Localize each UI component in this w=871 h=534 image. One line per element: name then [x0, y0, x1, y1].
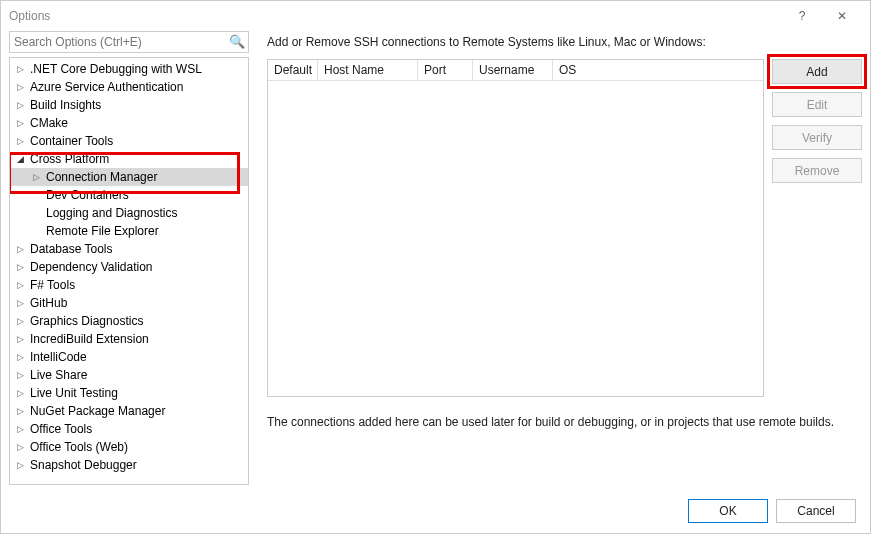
chevron-right-icon: ▷: [14, 244, 26, 254]
tree-item-label: Logging and Diagnostics: [46, 206, 177, 220]
tree-item-label: Container Tools: [30, 134, 113, 148]
chevron-right-icon: ▷: [14, 316, 26, 326]
col-os[interactable]: OS: [553, 60, 613, 80]
edit-label: Edit: [807, 98, 828, 112]
tree-item-label: Live Share: [30, 368, 87, 382]
tree-item[interactable]: Remote File Explorer: [10, 222, 248, 240]
tree-item-label: Graphics Diagnostics: [30, 314, 143, 328]
cancel-button[interactable]: Cancel: [776, 499, 856, 523]
tree-item-label: Live Unit Testing: [30, 386, 118, 400]
col-hostname[interactable]: Host Name: [318, 60, 418, 80]
tree-item-label: IntelliCode: [30, 350, 87, 364]
tree-item[interactable]: ▷Live Share: [10, 366, 248, 384]
remove-button: Remove: [772, 158, 862, 183]
chevron-right-icon: ▷: [14, 352, 26, 362]
grid-header: Default Host Name Port Username OS: [268, 60, 763, 81]
tree-item-label: Connection Manager: [46, 170, 157, 184]
tree-item-label: CMake: [30, 116, 68, 130]
tree-item[interactable]: ▷Snapshot Debugger: [10, 456, 248, 474]
tree-item[interactable]: ▷Office Tools: [10, 420, 248, 438]
tree-item-label: Cross Platform: [30, 152, 109, 166]
chevron-right-icon: ▷: [14, 460, 26, 470]
tree-item[interactable]: ▷Graphics Diagnostics: [10, 312, 248, 330]
add-label: Add: [806, 65, 827, 79]
help-button[interactable]: ?: [782, 1, 822, 31]
chevron-right-icon: ▷: [14, 262, 26, 272]
tree-item[interactable]: ▷CMake: [10, 114, 248, 132]
col-username[interactable]: Username: [473, 60, 553, 80]
chevron-right-icon: ▷: [14, 442, 26, 452]
tree-item-label: .NET Core Debugging with WSL: [30, 62, 202, 76]
tree-item-label: Office Tools (Web): [30, 440, 128, 454]
panel-description: Add or Remove SSH connections to Remote …: [267, 35, 862, 49]
close-button[interactable]: ✕: [822, 1, 862, 31]
tree-item-label: F# Tools: [30, 278, 75, 292]
tree-item[interactable]: ▷IncrediBuild Extension: [10, 330, 248, 348]
chevron-right-icon: ▷: [14, 388, 26, 398]
tree-item-label: Dependency Validation: [30, 260, 153, 274]
chevron-right-icon: ▷: [14, 136, 26, 146]
chevron-right-icon: ▷: [14, 406, 26, 416]
tree-item[interactable]: ▷Live Unit Testing: [10, 384, 248, 402]
tree-item[interactable]: ▷Dependency Validation: [10, 258, 248, 276]
tree-item-label: IncrediBuild Extension: [30, 332, 149, 346]
connections-grid[interactable]: Default Host Name Port Username OS: [267, 59, 764, 397]
chevron-down-icon: ◢: [14, 154, 26, 164]
tree-item[interactable]: ▷Database Tools: [10, 240, 248, 258]
ok-label: OK: [719, 504, 736, 518]
ok-button[interactable]: OK: [688, 499, 768, 523]
tree-item-label: Database Tools: [30, 242, 113, 256]
tree-item-label: Snapshot Debugger: [30, 458, 137, 472]
tree-item-label: Azure Service Authentication: [30, 80, 183, 94]
chevron-right-icon: ▷: [14, 334, 26, 344]
tree-item-label: NuGet Package Manager: [30, 404, 165, 418]
add-button[interactable]: Add: [772, 59, 862, 84]
tree-item[interactable]: ▷NuGet Package Manager: [10, 402, 248, 420]
tree-item-label: GitHub: [30, 296, 67, 310]
edit-button: Edit: [772, 92, 862, 117]
chevron-right-icon: ▷: [14, 64, 26, 74]
panel-footnote: The connections added here can be used l…: [267, 415, 862, 429]
remove-label: Remove: [795, 164, 840, 178]
right-panel: Add or Remove SSH connections to Remote …: [249, 31, 862, 485]
verify-button: Verify: [772, 125, 862, 150]
chevron-right-icon: ▷: [14, 100, 26, 110]
tree-item[interactable]: ◢Cross Platform: [10, 150, 248, 168]
chevron-right-icon: ▷: [14, 118, 26, 128]
tree-item-label: Remote File Explorer: [46, 224, 159, 238]
tree-item[interactable]: Logging and Diagnostics: [10, 204, 248, 222]
window-title: Options: [9, 9, 782, 23]
col-default[interactable]: Default: [268, 60, 318, 80]
chevron-right-icon: ▷: [30, 172, 42, 182]
grid-buttons: Add Edit Verify Remove: [772, 59, 862, 397]
tree-item[interactable]: ▷IntelliCode: [10, 348, 248, 366]
tree-item[interactable]: ▷Azure Service Authentication: [10, 78, 248, 96]
chevron-right-icon: ▷: [14, 82, 26, 92]
tree-item[interactable]: ▷.NET Core Debugging with WSL: [10, 60, 248, 78]
tree-item-label: Dev Containers: [46, 188, 129, 202]
chevron-right-icon: ▷: [14, 424, 26, 434]
help-icon: ?: [799, 9, 806, 23]
close-icon: ✕: [837, 9, 847, 23]
chevron-right-icon: ▷: [14, 280, 26, 290]
tree-item[interactable]: ▷Build Insights: [10, 96, 248, 114]
tree-item[interactable]: ▷Container Tools: [10, 132, 248, 150]
verify-label: Verify: [802, 131, 832, 145]
tree-item-label: Build Insights: [30, 98, 101, 112]
chevron-right-icon: ▷: [14, 298, 26, 308]
tree-item-label: Office Tools: [30, 422, 92, 436]
tree-item[interactable]: Dev Containers: [10, 186, 248, 204]
dialog-buttons: OK Cancel: [688, 499, 856, 523]
titlebar: Options ? ✕: [1, 1, 870, 31]
search-input[interactable]: [9, 31, 249, 53]
tree-item[interactable]: ▷Office Tools (Web): [10, 438, 248, 456]
tree-item[interactable]: ▷Connection Manager: [10, 168, 248, 186]
cancel-label: Cancel: [797, 504, 834, 518]
chevron-right-icon: ▷: [14, 370, 26, 380]
left-panel: 🔍 ▷.NET Core Debugging with WSL▷Azure Se…: [9, 31, 249, 485]
tree-item[interactable]: ▷GitHub: [10, 294, 248, 312]
col-port[interactable]: Port: [418, 60, 473, 80]
tree-item[interactable]: ▷F# Tools: [10, 276, 248, 294]
options-tree[interactable]: ▷.NET Core Debugging with WSL▷Azure Serv…: [9, 57, 249, 485]
